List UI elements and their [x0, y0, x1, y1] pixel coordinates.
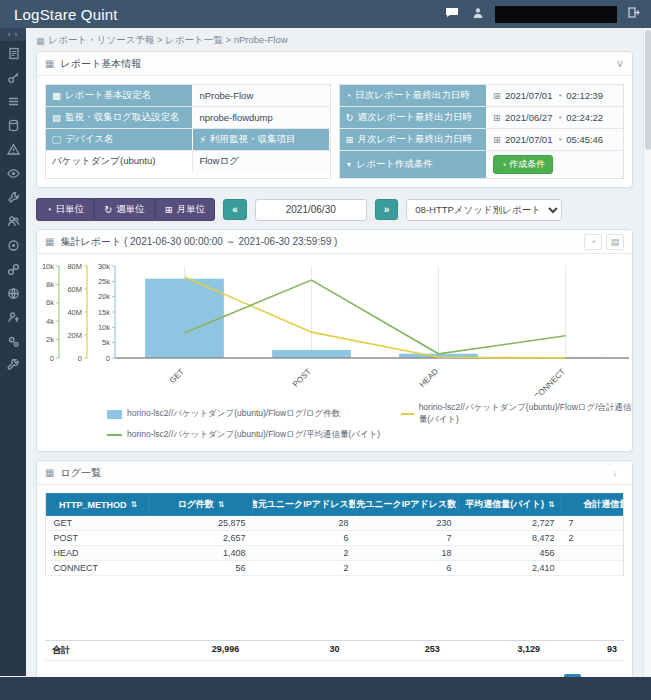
table-cell: 230 [356, 516, 459, 531]
prev-date-button[interactable]: « [223, 199, 247, 220]
sidebar-item-target[interactable] [0, 233, 26, 257]
svg-text:40M: 40M [67, 308, 82, 317]
sidebar-item-wrench[interactable] [0, 185, 26, 209]
gears-icon [7, 335, 20, 348]
table-cell: GET [47, 516, 150, 531]
table-row[interactable]: GET25,875282302,7277 [47, 516, 625, 531]
table-empty-space [37, 576, 632, 640]
logout-icon[interactable] [625, 7, 643, 21]
doc-icon: ▤ [52, 112, 61, 123]
svg-text:0: 0 [78, 354, 82, 363]
panel-grid-icon: ▦ [45, 58, 54, 69]
total-row: 合計 29,996 30 253 3,129 93 [45, 640, 624, 661]
chat-icon[interactable] [443, 7, 461, 21]
column-header[interactable]: 送信元ユニークIPアドレス数⇅ [253, 494, 356, 516]
daily-unit-button[interactable]: ◔日単位 [36, 198, 94, 221]
column-header[interactable]: ログ件数⇅ [150, 494, 253, 516]
collapse-chevron-icon[interactable]: ∨ [616, 57, 624, 70]
key-icon [7, 71, 20, 84]
table-cell [562, 561, 625, 576]
usage-value: Flowログ [193, 151, 329, 172]
log-table-container: HTTP_METHOD⇅ログ件数⇅送信元ユニークIPアドレス数⇅宛先ユニークIP… [45, 493, 624, 576]
chart-clock-button[interactable]: ◔ [584, 234, 602, 250]
spanner-icon [7, 359, 20, 372]
sidebar-item-users[interactable] [0, 209, 26, 233]
legend-log-count[interactable]: horino-lsc2//パケットダンプ(ubuntu)/Flowログ/ログ件数 [107, 402, 401, 426]
condition-button[interactable]: ◔作成条件 [493, 155, 553, 174]
table-cell: 6 [253, 531, 356, 546]
weekly-output-label: ↻週次レポート最終出力日時 [340, 107, 487, 128]
sort-icon[interactable]: ⇅ [218, 500, 225, 509]
log-config-label: ▤監視・収集ログ取込設定名 [46, 107, 193, 128]
legend-avg-bytes[interactable]: horino-lsc2//パケットダンプ(ubuntu)/Flowログ/平均通信… [107, 429, 401, 441]
yellow-line-swatch [401, 413, 414, 415]
column-header[interactable]: 合計通信量(バイト)⇅ [562, 494, 625, 516]
redacted-username [495, 6, 617, 23]
sidebar-item-report[interactable] [0, 41, 26, 65]
table-row[interactable]: POST2,657678,4722 [47, 531, 625, 546]
sidebar-item-eye[interactable] [0, 161, 26, 185]
sidebar-item-alert[interactable] [0, 137, 26, 161]
sidebar-item-user-upload[interactable] [0, 305, 26, 329]
chart-panel: ▦ 集計レポート ( 2021-06-30 00:00:00 ～ 2021-06… [36, 229, 633, 452]
column-header[interactable]: HTTP_METHOD⇅ [47, 494, 150, 516]
sidebar-item-database[interactable] [0, 113, 26, 137]
date-input[interactable] [255, 199, 367, 221]
sidebar-item-spanner[interactable] [0, 353, 26, 377]
svg-text:5k: 5k [102, 338, 110, 347]
list-icon [7, 95, 20, 108]
table-icon: ▦ [45, 467, 54, 478]
column-header[interactable]: 宛先ユニークIPアドレス数⇅ [356, 494, 459, 516]
svg-text:25k: 25k [98, 277, 110, 286]
next-date-button[interactable]: » [375, 199, 399, 220]
total-src-ip: 30 [246, 641, 346, 660]
report-icon [7, 47, 20, 60]
table-cell: CONNECT [47, 561, 150, 576]
chart-export-button[interactable]: ▤ [606, 234, 624, 250]
user-icon[interactable] [469, 7, 487, 22]
bolt-icon: ⚡ [199, 134, 206, 145]
breadcrumb[interactable]: ▦ レポート・リソース予報 > レポート一覧 > nProbe-Flow [26, 28, 643, 51]
calendar-icon: ⊞ [165, 204, 173, 215]
sort-icon[interactable]: ⇅ [130, 500, 137, 509]
combo-chart: 02k4k6k8k10k020M40M60M80M05k10k15k20k25k… [41, 258, 636, 396]
table-row[interactable]: CONNECT56262,410 [47, 561, 625, 576]
scrollbar-thumb[interactable] [645, 30, 651, 150]
monthly-output-label: ⊞月次レポート最終出力日時 [340, 129, 487, 150]
weekly-unit-button[interactable]: ↻週単位 [94, 198, 154, 221]
table-cell [562, 546, 625, 561]
column-header[interactable]: 平均通信量(バイト)⇅ [459, 494, 562, 516]
footer-bar [0, 677, 651, 700]
clock-icon: ◔ [46, 204, 52, 215]
sidebar-item-key[interactable] [0, 65, 26, 89]
legend-total-bytes[interactable]: horino-lsc2//パケットダンプ(ubuntu)/Flowログ/合計通信… [401, 402, 632, 426]
report-name-value: nProbe-Flow [193, 85, 329, 106]
bar-swatch [107, 410, 122, 419]
sidebar-item-list[interactable] [0, 89, 26, 113]
sidebar-item-gears[interactable] [0, 329, 26, 353]
report-type-select[interactable]: 08-HTTPメソッド別レポート [406, 199, 562, 221]
sidebar-collapse-icon[interactable]: ‹ › [0, 28, 26, 41]
monthly-unit-button[interactable]: ⊞月単位 [155, 198, 215, 221]
log-table: HTTP_METHOD⇅ログ件数⇅送信元ユニークIPアドレス数⇅宛先ユニークIP… [46, 493, 624, 576]
download-icon[interactable]: ↓ [606, 465, 624, 481]
sidebar: ‹ › [0, 28, 26, 676]
calendar-icon: ⊞ [493, 90, 501, 101]
pagination: « 前へ 1 次へ » [37, 661, 632, 677]
table-cell: 1,408 [150, 546, 253, 561]
sidebar-item-link[interactable] [0, 257, 26, 281]
calendar-icon: ⊞ [493, 134, 501, 145]
filter-icon: ▼ [346, 161, 353, 168]
device-name-value: パケットダンプ(ubuntu) [46, 151, 193, 172]
svg-text:2k: 2k [46, 335, 54, 344]
svg-text:20k: 20k [98, 292, 110, 301]
svg-text:POST: POST [291, 367, 313, 389]
report-info-panel: ▦ レポート基本情報 ∨ ▦レポート基本設定名 nProbe-Flow ▤監視・… [36, 51, 633, 188]
sidebar-item-globe[interactable] [0, 281, 26, 305]
table-row[interactable]: HEAD1,408218456 [47, 546, 625, 561]
chart-legend: horino-lsc2//パケットダンプ(ubuntu)/Flowログ/ログ件数… [37, 398, 632, 451]
sort-icon[interactable]: ⇅ [548, 500, 555, 509]
total-avg-bytes: 3,129 [447, 641, 547, 660]
device-name-label: 🖵デバイス名 [46, 129, 193, 150]
scrollbar[interactable] [643, 28, 651, 677]
